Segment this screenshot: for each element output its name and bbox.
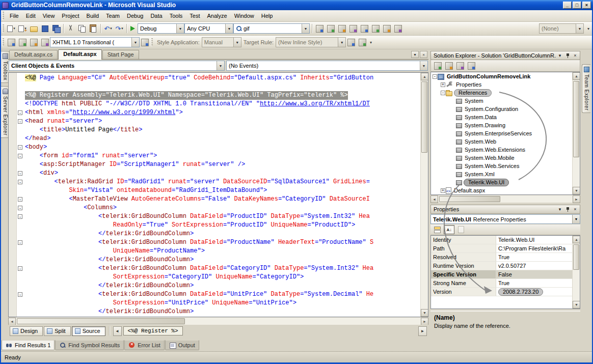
maximize-button[interactable]: □ — [573, 2, 581, 9]
tag-nav-right-button[interactable]: ► — [418, 326, 427, 336]
bottom-tab-output[interactable]: Output — [165, 340, 199, 350]
tab-default-aspx-cs[interactable]: Default.aspx.cs — [9, 50, 58, 59]
attach-style-sheet-icon[interactable] — [357, 37, 367, 47]
menu-help[interactable]: Help — [258, 11, 277, 20]
save-icon[interactable] — [40, 23, 50, 34]
check-page-icon[interactable] — [6, 37, 16, 47]
scroll-up-button[interactable]: ▲ — [573, 236, 580, 243]
tree-vscrollbar[interactable]: ▲ ▼ — [572, 72, 580, 194]
side-tab-team-explorer[interactable]: Team Explorer — [582, 64, 590, 113]
code-line-26[interactable]: - <telerik:GridBoundColumn DataField="Un… — [9, 290, 420, 299]
chevron-down-icon[interactable]: ▼ — [420, 61, 427, 70]
redo-icon[interactable]: ▾ — [114, 23, 124, 34]
code-line-19[interactable]: </telerik:GridBoundColumn> — [9, 230, 420, 238]
menu-analyze[interactable]: Analyze — [204, 11, 231, 20]
window-position-button[interactable]: ▾ — [556, 206, 563, 213]
tree-item-system-configuration[interactable]: System.Configuration — [431, 105, 580, 113]
fold-collapse-icon[interactable]: - — [18, 240, 22, 245]
chevron-down-icon[interactable]: ▼ — [576, 24, 583, 33]
solution-configurations-combo[interactable]: Debug▼ — [138, 23, 184, 34]
bottom-tab-find-symbol-results[interactable]: Find Symbol Results — [55, 340, 124, 350]
code-line-21[interactable]: UniqueName="ProductName"> — [9, 247, 420, 256]
close-panel-button[interactable]: × — [572, 52, 579, 59]
design-view-button[interactable]: Design — [10, 326, 43, 336]
solution-explorer-icon[interactable] — [337, 23, 347, 34]
code-line-12[interactable]: - <div> — [9, 169, 420, 178]
menu-team[interactable]: Team — [102, 11, 123, 20]
copy-icon[interactable] — [77, 23, 87, 34]
scroll-thumb[interactable] — [439, 196, 500, 202]
tree-item-system-xml[interactable]: System.Xml — [431, 170, 580, 178]
toolbar-options-button[interactable]: ▾ — [585, 23, 592, 34]
chevron-down-icon[interactable]: ▼ — [302, 24, 309, 33]
bottom-tab-find-results-1[interactable]: Find Results 1 — [2, 340, 55, 350]
auto-hide-pin-button[interactable] — [564, 52, 571, 59]
fold-collapse-icon[interactable]: - — [18, 171, 22, 176]
menu-edit[interactable]: Edit — [22, 11, 39, 20]
code-line-4[interactable]: <!DOCTYPE html PUBLIC "-//W3C//DTD XHTML… — [9, 100, 420, 108]
style-application-combo[interactable]: Manual▼ — [202, 37, 241, 47]
code-line-25[interactable]: </telerik:GridBoundColumn> — [9, 282, 420, 290]
scroll-thumb[interactable] — [17, 318, 185, 324]
fold-collapse-icon[interactable]: - — [18, 206, 22, 210]
fold-collapse-icon[interactable]: - — [18, 180, 22, 184]
code-line-20[interactable]: - <telerik:GridBoundColumn DataField="Pr… — [9, 238, 420, 247]
scroll-right-button[interactable]: ► — [573, 195, 580, 203]
active-files-dropdown-button[interactable]: ▾ — [411, 51, 419, 58]
tree-item-system-web[interactable]: System.Web — [431, 137, 580, 146]
open-file-icon[interactable] — [29, 23, 39, 34]
show-all-files-icon[interactable] — [444, 61, 454, 71]
code-line-22[interactable]: </telerik:GridBoundColumn> — [9, 256, 420, 264]
scroll-left-button[interactable]: ◄ — [8, 318, 16, 325]
code-line-18[interactable]: ReadOnly="True" SortExpression="ProductI… — [9, 221, 420, 230]
tree-item-properties[interactable]: +Properties — [431, 80, 580, 89]
events-combo[interactable]: (No Events)▼ — [226, 61, 428, 71]
code-line-27[interactable]: SortExpression="UnitPrice" UniqueName="U… — [9, 299, 420, 307]
code-line-8[interactable]: </head> — [9, 134, 420, 143]
menu-tools[interactable]: Tools — [166, 11, 186, 20]
menu-window[interactable]: Window — [231, 11, 258, 20]
bookmark-icon[interactable] — [40, 37, 50, 47]
toolbar-grip[interactable] — [151, 38, 153, 46]
code-line-23[interactable]: - <telerik:GridBoundColumn DataField="Ca… — [9, 264, 420, 273]
fold-collapse-icon[interactable]: - — [18, 292, 22, 297]
auto-hide-pin-button[interactable] — [564, 206, 571, 213]
properties-vscrollbar[interactable]: ▲ ▼ — [572, 236, 580, 309]
code-line-16[interactable]: - <Columns> — [9, 204, 420, 212]
property-row-strong-name[interactable]: Strong NameTrue — [431, 279, 580, 288]
source-view-button[interactable]: Source — [72, 326, 105, 336]
doctype-combo[interactable]: XHTML 1.0 Transitional ( ▼ — [50, 37, 140, 47]
toolbar-grip[interactable] — [2, 38, 4, 46]
menu-debug[interactable]: Debug — [123, 11, 147, 20]
view-class-diagram-icon[interactable] — [466, 61, 476, 71]
menu-project[interactable]: Project — [58, 11, 83, 20]
property-row-specific-version[interactable]: Specific VersionFalse — [431, 270, 580, 279]
property-row-resolved[interactable]: ResolvedTrue — [431, 253, 580, 262]
code-line-2[interactable] — [9, 82, 420, 91]
fold-collapse-icon[interactable]: - — [18, 154, 22, 158]
none-combo[interactable]: (None)▼ — [539, 23, 584, 34]
check-style-icon[interactable] — [140, 37, 150, 47]
tree-item-system[interactable]: System — [431, 97, 580, 105]
menu-grip[interactable] — [2, 12, 4, 20]
code-line-7[interactable]: <title>Untitled Page</title> — [9, 126, 420, 134]
properties-icon[interactable] — [433, 61, 443, 71]
fold-collapse-icon[interactable]: - — [18, 145, 22, 150]
scroll-up-button[interactable]: ▲ — [573, 72, 580, 80]
chevron-down-icon[interactable]: ▼ — [217, 61, 224, 70]
alphabetical-icon[interactable] — [444, 225, 454, 234]
chevron-down-icon[interactable]: ▼ — [225, 24, 233, 33]
tree-item-references[interactable]: -References — [431, 89, 580, 97]
tree-item-system-web-services[interactable]: System.Web.Services — [431, 162, 580, 170]
start-debugging-button[interactable] — [130, 26, 135, 31]
property-pages-icon[interactable] — [455, 225, 466, 234]
tag-breadcrumb[interactable]: <%@ Register %> — [123, 326, 183, 335]
find-combo[interactable]: gif▼ — [233, 23, 310, 34]
code-line-14[interactable]: Skin="Vista" onitemdatabound="RadGrid1_I… — [9, 186, 420, 195]
code-line-9[interactable]: -<body> — [9, 143, 420, 152]
properties-object-combo[interactable]: Telerik.Web.UI Reference Properties ▼ — [430, 214, 580, 224]
tree-item-system-web-mobile[interactable]: System.Web.Mobile — [431, 154, 580, 162]
command-window-icon[interactable] — [382, 23, 392, 34]
fold-collapse-icon[interactable]: - — [18, 110, 22, 115]
close-document-button[interactable]: × — [420, 51, 427, 58]
